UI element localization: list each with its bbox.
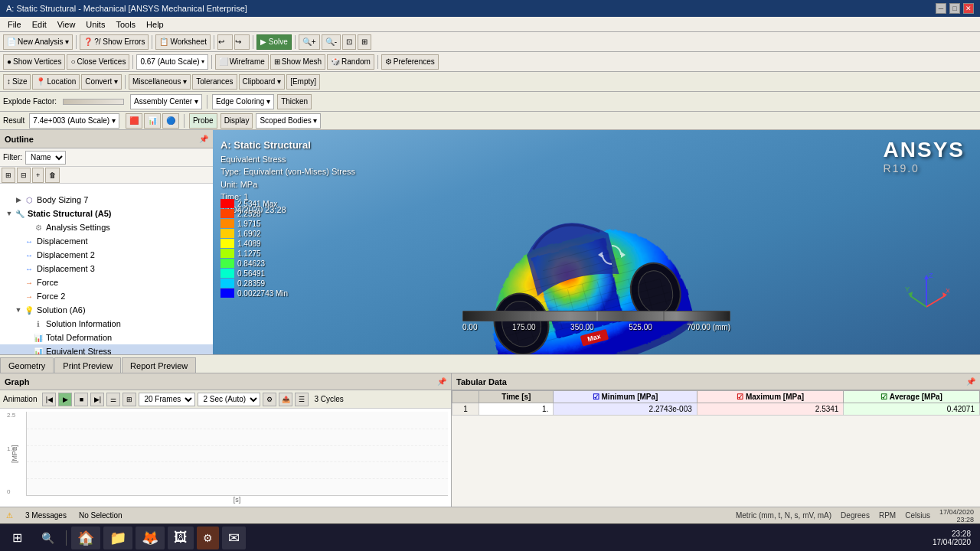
legend-row-5: 1.1275: [220, 249, 288, 258]
titlebar: A: Static Structural - Mechanical [ANSYS…: [0, 0, 980, 17]
outline-expand-button[interactable]: ⊞: [2, 168, 15, 183]
menu-help[interactable]: Help: [142, 19, 168, 30]
minimize-button[interactable]: ─: [936, 3, 946, 14]
result-icon2[interactable]: 📊: [144, 113, 161, 129]
zoom-box-button[interactable]: ⊞: [358, 34, 371, 50]
start-button[interactable]: ⊞: [3, 527, 31, 549]
zoom-out-button[interactable]: 🔍-: [322, 34, 341, 50]
tree-node-equivalent-stress[interactable]: 📊 Equivalent Stress: [0, 344, 213, 354]
taskbar-app-ansys[interactable]: ⚙: [197, 527, 219, 549]
tab-report-preview[interactable]: Report Preview: [122, 357, 196, 373]
tree-expand-static[interactable]: ▼: [5, 209, 14, 218]
frames-select[interactable]: 20 Frames: [139, 393, 195, 406]
menu-units[interactable]: Units: [81, 19, 109, 30]
menu-view[interactable]: View: [53, 19, 80, 30]
graph-pin-icon[interactable]: 📌: [437, 377, 446, 386]
menu-edit[interactable]: Edit: [28, 19, 51, 30]
tree-node-solution-info[interactable]: ℹ Solution Information: [0, 317, 213, 331]
tree-node-displacement3[interactable]: ↔ Displacement 3: [0, 262, 213, 276]
solve-button[interactable]: ▶ Solve: [256, 34, 292, 50]
preferences-button[interactable]: ⚙ Preferences: [381, 54, 439, 70]
tree-node-displacement2[interactable]: ↔ Displacement 2: [0, 248, 213, 262]
show-mesh-button[interactable]: ⊞ Show Mesh: [270, 54, 325, 70]
explode-slider[interactable]: [63, 99, 124, 105]
tree-node-solution[interactable]: ▼ 💡 Solution (A6): [0, 303, 213, 317]
tree-expand-body-sizing[interactable]: ▶: [14, 195, 23, 204]
redo-button[interactable]: ↪: [234, 34, 250, 50]
anim-bars-button[interactable]: ⚌: [106, 393, 120, 406]
tabular-row-1[interactable]: 1 1. 2.2743e-003 2.5341 0.42071: [452, 403, 980, 416]
tree-node-static-structural[interactable]: ▼ 🔧 Static Structural (A5): [0, 207, 213, 220]
outline-new-button[interactable]: +: [32, 168, 44, 183]
size-button[interactable]: ↕ Size: [3, 74, 31, 90]
menu-file[interactable]: File: [3, 19, 26, 30]
location-button[interactable]: 📍 Location: [32, 74, 80, 90]
zoom-fit-button[interactable]: ⊡: [342, 34, 356, 50]
tree-expand-solution[interactable]: ▼: [14, 305, 23, 315]
tab-print-preview[interactable]: Print Preview: [54, 357, 121, 373]
tree-node-force2[interactable]: → Force 2: [0, 289, 213, 303]
thicken-button[interactable]: Thicken: [277, 94, 312, 109]
assembly-center-dropdown[interactable]: Assembly Center ▾: [130, 94, 202, 109]
worksheet-button[interactable]: 📋 Worksheet: [155, 34, 211, 50]
anim-settings-button[interactable]: ⚙: [263, 393, 276, 406]
graph-chart-area: [MPa] 2.5 1.0 0: [3, 412, 448, 496]
tab-geometry[interactable]: Geometry: [0, 357, 54, 373]
anim-stop-button[interactable]: ■: [74, 393, 88, 406]
show-errors-button[interactable]: ❓ ?/ Show Errors: [80, 34, 149, 50]
convert-button[interactable]: Convert ▾: [81, 74, 122, 90]
outline-delete-button[interactable]: 🗑: [45, 168, 60, 183]
wireframe-button[interactable]: ⬜ Wireframe: [215, 54, 269, 70]
show-vertices-button[interactable]: ● Show Vertices: [3, 54, 65, 70]
display-button[interactable]: Display: [220, 113, 253, 129]
tree-node-body-sizing[interactable]: ▶ ⬡ Body Sizing 7: [0, 193, 213, 207]
close-vertices-button[interactable]: ○ Close Vertices: [67, 54, 129, 70]
speed-select[interactable]: 2 Sec (Auto): [198, 393, 260, 406]
menu-tools[interactable]: Tools: [111, 19, 140, 30]
tree-node-displacement[interactable]: ↔ Displacement: [0, 234, 213, 248]
taskbar-app-mail[interactable]: ✉: [222, 527, 246, 549]
anim-next-button[interactable]: ▶|: [90, 393, 104, 406]
tree-node-analysis-settings[interactable]: ⚙ Analysis Settings: [0, 220, 213, 234]
probe-button[interactable]: Probe: [189, 113, 217, 129]
taskbar-app-firefox[interactable]: 🦊: [136, 527, 165, 549]
tabular-pin-icon[interactable]: 📌: [966, 377, 975, 386]
new-analysis-button[interactable]: 📄 New Analysis ▾: [3, 34, 73, 50]
svg-line-15: [910, 295, 926, 307]
random-button[interactable]: 🎲 Random: [327, 54, 374, 70]
date-text: 17/04/2020 23:28: [939, 508, 974, 523]
tree-expand-analysis[interactable]: [23, 223, 32, 232]
anim-options-button[interactable]: ☰: [295, 393, 309, 406]
anim-table-button[interactable]: ⊞: [122, 393, 136, 406]
result-scale-dropdown[interactable]: 7.4e+003 (Auto Scale) ▾: [29, 113, 119, 129]
result-icon1[interactable]: 🟥: [126, 113, 142, 129]
search-button[interactable]: 🔍: [34, 527, 61, 549]
viewport[interactable]: A: Static Structural Equivalent Stress T…: [213, 130, 980, 354]
tree-node-total-deformation[interactable]: 📊 Total Deformation: [0, 331, 213, 344]
miscellaneous-button[interactable]: Miscellaneous ▾: [129, 74, 191, 90]
filter-select[interactable]: Name: [25, 151, 66, 165]
anim-prev-button[interactable]: |◀: [42, 393, 56, 406]
zoom-in-button[interactable]: 🔍+: [299, 34, 320, 50]
edge-coloring-dropdown[interactable]: Edge Coloring ▾: [212, 94, 274, 109]
clipboard-button[interactable]: Clipboard ▾: [239, 74, 286, 90]
auto-scale-dropdown[interactable]: 0.67 (Auto Scale) ▾: [136, 54, 207, 70]
tree-node-force[interactable]: → Force: [0, 276, 213, 289]
taskbar-app-2[interactable]: 📁: [103, 527, 132, 549]
outline-pin-icon[interactable]: 📌: [199, 135, 208, 143]
anim-export-button[interactable]: 📤: [279, 393, 292, 406]
taskbar-app-photos[interactable]: 🖼: [168, 527, 194, 549]
undo-button[interactable]: ↩: [217, 34, 233, 50]
tolerances-button[interactable]: Tolerances: [192, 74, 237, 90]
scoped-bodies-dropdown[interactable]: Scoped Bodies ▾: [256, 113, 321, 129]
anim-play-button[interactable]: ▶: [58, 393, 72, 406]
svg-line-12: [926, 295, 946, 307]
close-button[interactable]: ✕: [963, 3, 974, 14]
empty-button[interactable]: [Empty]: [286, 74, 320, 90]
outline-collapse-button[interactable]: ⊟: [17, 168, 31, 183]
taskbar-app-1[interactable]: 🏠: [71, 527, 100, 549]
graph-plot-area: 2.5 1.0 0: [26, 412, 448, 496]
legend-label-7: 0.56491: [237, 269, 265, 278]
maximize-button[interactable]: □: [949, 3, 960, 14]
result-icon3[interactable]: 🔵: [162, 113, 179, 129]
